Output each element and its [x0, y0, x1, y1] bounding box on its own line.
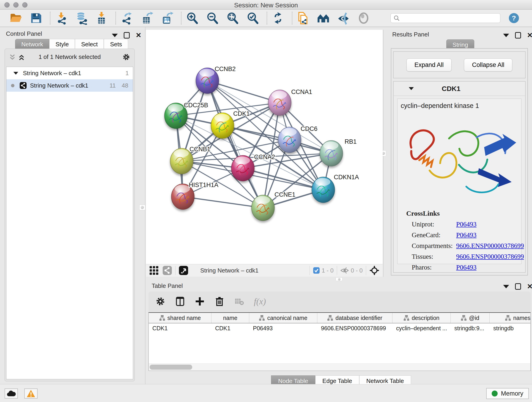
- column-header[interactable]: shared name: [149, 313, 211, 323]
- memory-button[interactable]: Memory: [486, 388, 529, 399]
- table-cell[interactable]: stringdb: [490, 323, 531, 333]
- apply-layout-icon[interactable]: [271, 12, 285, 25]
- network-edge[interactable]: [183, 197, 263, 208]
- table-body: CDK1CDK1P064939606.ENSP00000378699cyclin…: [149, 323, 530, 333]
- network-edge[interactable]: [207, 81, 263, 208]
- window-title: Session: New Session: [0, 2, 532, 9]
- export-network-icon[interactable]: [120, 12, 133, 25]
- table-cell[interactable]: stringdb:9...: [451, 323, 490, 333]
- open-session-icon[interactable]: [9, 12, 22, 25]
- import-table-file-icon[interactable]: [95, 12, 108, 25]
- column-header[interactable]: namespace: [490, 313, 531, 323]
- results-panel-title: Results Panel: [392, 31, 429, 38]
- control-panel-maximize-icon[interactable]: [124, 32, 130, 38]
- table-cell[interactable]: 9606.ENSP00000378699: [317, 323, 393, 333]
- string-network-badge-icon: [19, 82, 27, 89]
- horizontal-splitter-handle[interactable]: [336, 277, 342, 281]
- save-session-icon[interactable]: [29, 12, 43, 25]
- network-node-CCNB2[interactable]: CCNB2: [196, 65, 236, 94]
- node-label: CCNE1: [274, 191, 296, 198]
- zoom-selected-icon[interactable]: [246, 12, 259, 25]
- help-icon[interactable]: ?: [509, 13, 519, 23]
- table-cell[interactable]: CDK1: [149, 323, 211, 333]
- crosslink-link[interactable]: P06493: [456, 264, 476, 271]
- column-header-label: database identifier: [336, 315, 382, 321]
- network-selection-status: 1 of 1 Network selected: [5, 53, 134, 61]
- gene-collapse-icon[interactable]: [409, 87, 414, 90]
- network-node-HIST1H1A[interactable]: HIST1H1A: [171, 182, 218, 210]
- column-header[interactable]: canonical name: [249, 313, 317, 323]
- network-node-CCNA1[interactable]: CCNA1: [268, 89, 312, 115]
- node-label: CCNA2: [254, 153, 275, 160]
- export-image-icon[interactable]: [160, 12, 174, 25]
- cloud-button[interactable]: [5, 389, 18, 399]
- fit-selected-crosshair-icon[interactable]: [369, 265, 380, 275]
- search-box: [390, 13, 500, 23]
- network-view-toolbar: String Network – cdk1 1 - 0 0 - 0: [146, 264, 383, 277]
- table-panel-title: Table Panel: [152, 282, 183, 289]
- network-node-CCNE1[interactable]: CCNE1: [252, 191, 296, 221]
- birdseye-view-icon[interactable]: [179, 266, 188, 275]
- table-panel-maximize-icon[interactable]: [515, 283, 521, 290]
- string-app-icon[interactable]: [162, 266, 172, 275]
- control-panel-close-icon[interactable]: ✕: [136, 32, 141, 38]
- results-panel-float-icon[interactable]: [503, 34, 509, 37]
- delete-table-icon[interactable]: [234, 296, 244, 306]
- table-horizontal-scrollbar[interactable]: [149, 364, 530, 370]
- network-grid-icon[interactable]: [149, 266, 159, 275]
- zoom-out-icon[interactable]: [206, 12, 219, 25]
- application-window: Session: New Session: [0, 0, 532, 402]
- warnings-button[interactable]: [24, 389, 38, 399]
- expand-all-button[interactable]: Expand All: [406, 58, 452, 71]
- table-panel-close-icon[interactable]: ✕: [527, 283, 532, 289]
- crosslink-link[interactable]: 9606.ENSP00000378699: [456, 253, 524, 260]
- crosslink-link[interactable]: P06493: [456, 231, 476, 239]
- main-toolbar: ?: [0, 10, 532, 27]
- gene-section-header[interactable]: CDK1: [394, 82, 525, 96]
- results-panel-maximize-icon[interactable]: [515, 32, 521, 38]
- search-input[interactable]: [400, 15, 496, 21]
- column-header[interactable]: description: [393, 313, 451, 323]
- table-cell[interactable]: CDK1: [211, 323, 249, 333]
- column-header[interactable]: @id: [451, 313, 490, 323]
- hide-selection-icon[interactable]: [337, 12, 350, 25]
- selected-count-checkbox-icon[interactable]: [313, 267, 320, 274]
- control-panel-float-icon[interactable]: [112, 34, 118, 37]
- scrollbar-thumb[interactable]: [150, 365, 192, 370]
- show-all-icon[interactable]: [357, 12, 370, 25]
- table-options-gear-icon[interactable]: [155, 296, 165, 306]
- zoom-fit-icon[interactable]: [226, 12, 239, 25]
- network-collection-row[interactable]: String Network – cdk1 1: [6, 67, 133, 79]
- new-network-from-selection-icon[interactable]: [297, 12, 310, 25]
- column-type-icon: [404, 315, 409, 321]
- function-builder-icon[interactable]: f(x): [254, 296, 266, 306]
- network-node-CDKN1A[interactable]: CDKN1A: [312, 174, 359, 203]
- cloud-icon: [7, 390, 16, 397]
- zoom-in-icon[interactable]: [186, 12, 199, 25]
- export-table-icon[interactable]: [140, 12, 153, 25]
- left-splitter-handle[interactable]: [139, 205, 145, 210]
- network-node-RB1[interactable]: RB1: [320, 138, 357, 166]
- table-cell[interactable]: P06493: [249, 323, 317, 333]
- network-row[interactable]: String Network – cdk1 11 48: [6, 79, 133, 92]
- import-network-database-icon[interactable]: [75, 12, 88, 25]
- delete-column-icon[interactable]: [215, 296, 225, 306]
- crosslink-link[interactable]: P06493: [456, 220, 476, 228]
- crosslink-label: Pharos:: [412, 264, 456, 271]
- column-header[interactable]: database identifier: [317, 313, 393, 323]
- import-network-file-icon[interactable]: [55, 12, 68, 25]
- column-header[interactable]: name: [211, 313, 249, 323]
- table-cell[interactable]: cyclin–dependent ...: [393, 323, 451, 333]
- first-neighbors-icon[interactable]: [317, 12, 330, 25]
- table-row[interactable]: CDK1CDK1P064939606.ENSP00000378699cyclin…: [149, 323, 530, 333]
- results-panel-close-icon[interactable]: ✕: [527, 32, 532, 38]
- add-column-icon[interactable]: [195, 296, 205, 306]
- show-columns-icon[interactable]: [175, 296, 185, 306]
- collapse-all-button[interactable]: Collapse All: [464, 58, 512, 71]
- network-canvas[interactable]: CCNB2CCNA1CDC25BCDK1CDC6RB1CCNB1CCNA2CDK…: [146, 30, 383, 264]
- tree-expander-icon[interactable]: [13, 72, 18, 75]
- table-panel-float-icon[interactable]: [503, 285, 509, 288]
- crosslink-link[interactable]: 9606.ENSP00000378699: [456, 242, 524, 249]
- network-options-gear-icon[interactable]: [122, 53, 130, 61]
- search-icon: [393, 15, 400, 21]
